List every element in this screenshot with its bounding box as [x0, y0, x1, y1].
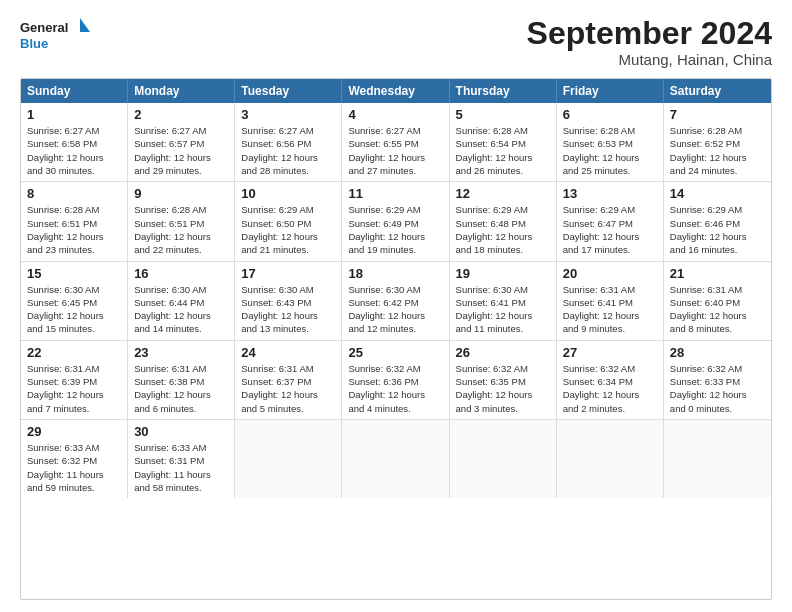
day-info: Sunrise: 6:30 AM Sunset: 6:43 PM Dayligh… [241, 283, 335, 336]
logo-area: General Blue [20, 16, 90, 54]
calendar: SundayMondayTuesdayWednesdayThursdayFrid… [20, 78, 772, 600]
day-info: Sunrise: 6:30 AM Sunset: 6:42 PM Dayligh… [348, 283, 442, 336]
day-number: 15 [27, 266, 121, 281]
day-number: 9 [134, 186, 228, 201]
day-info: Sunrise: 6:31 AM Sunset: 6:41 PM Dayligh… [563, 283, 657, 336]
day-info: Sunrise: 6:30 AM Sunset: 6:45 PM Dayligh… [27, 283, 121, 336]
calendar-cell: 13Sunrise: 6:29 AM Sunset: 6:47 PM Dayli… [557, 182, 664, 260]
calendar-cell: 29Sunrise: 6:33 AM Sunset: 6:32 PM Dayli… [21, 420, 128, 498]
day-number: 25 [348, 345, 442, 360]
day-number: 19 [456, 266, 550, 281]
calendar-cell [557, 420, 664, 498]
calendar-row: 15Sunrise: 6:30 AM Sunset: 6:45 PM Dayli… [21, 262, 771, 341]
day-info: Sunrise: 6:31 AM Sunset: 6:39 PM Dayligh… [27, 362, 121, 415]
day-number: 20 [563, 266, 657, 281]
calendar-cell: 8Sunrise: 6:28 AM Sunset: 6:51 PM Daylig… [21, 182, 128, 260]
calendar-cell: 16Sunrise: 6:30 AM Sunset: 6:44 PM Dayli… [128, 262, 235, 340]
weekday-header: Thursday [450, 79, 557, 103]
day-info: Sunrise: 6:28 AM Sunset: 6:51 PM Dayligh… [27, 203, 121, 256]
day-info: Sunrise: 6:29 AM Sunset: 6:50 PM Dayligh… [241, 203, 335, 256]
day-number: 3 [241, 107, 335, 122]
page: General Blue September 2024 Mutang, Hain… [0, 0, 792, 612]
calendar-cell [235, 420, 342, 498]
day-number: 30 [134, 424, 228, 439]
day-number: 28 [670, 345, 765, 360]
calendar-row: 22Sunrise: 6:31 AM Sunset: 6:39 PM Dayli… [21, 341, 771, 420]
top-section: General Blue September 2024 Mutang, Hain… [20, 16, 772, 68]
calendar-cell: 12Sunrise: 6:29 AM Sunset: 6:48 PM Dayli… [450, 182, 557, 260]
day-number: 23 [134, 345, 228, 360]
day-number: 7 [670, 107, 765, 122]
day-info: Sunrise: 6:32 AM Sunset: 6:33 PM Dayligh… [670, 362, 765, 415]
calendar-cell: 24Sunrise: 6:31 AM Sunset: 6:37 PM Dayli… [235, 341, 342, 419]
day-info: Sunrise: 6:31 AM Sunset: 6:40 PM Dayligh… [670, 283, 765, 336]
calendar-cell: 18Sunrise: 6:30 AM Sunset: 6:42 PM Dayli… [342, 262, 449, 340]
location: Mutang, Hainan, China [527, 51, 772, 68]
day-info: Sunrise: 6:27 AM Sunset: 6:57 PM Dayligh… [134, 124, 228, 177]
day-number: 11 [348, 186, 442, 201]
calendar-cell [342, 420, 449, 498]
day-number: 18 [348, 266, 442, 281]
weekday-header: Monday [128, 79, 235, 103]
logo-svg: General Blue [20, 16, 90, 54]
day-number: 10 [241, 186, 335, 201]
svg-text:General: General [20, 20, 68, 35]
day-info: Sunrise: 6:27 AM Sunset: 6:56 PM Dayligh… [241, 124, 335, 177]
calendar-cell: 25Sunrise: 6:32 AM Sunset: 6:36 PM Dayli… [342, 341, 449, 419]
month-title: September 2024 [527, 16, 772, 51]
day-number: 12 [456, 186, 550, 201]
day-number: 8 [27, 186, 121, 201]
calendar-row: 8Sunrise: 6:28 AM Sunset: 6:51 PM Daylig… [21, 182, 771, 261]
day-info: Sunrise: 6:32 AM Sunset: 6:36 PM Dayligh… [348, 362, 442, 415]
day-info: Sunrise: 6:30 AM Sunset: 6:41 PM Dayligh… [456, 283, 550, 336]
calendar-row: 29Sunrise: 6:33 AM Sunset: 6:32 PM Dayli… [21, 420, 771, 498]
day-info: Sunrise: 6:30 AM Sunset: 6:44 PM Dayligh… [134, 283, 228, 336]
calendar-cell: 11Sunrise: 6:29 AM Sunset: 6:49 PM Dayli… [342, 182, 449, 260]
weekday-header: Sunday [21, 79, 128, 103]
calendar-cell: 28Sunrise: 6:32 AM Sunset: 6:33 PM Dayli… [664, 341, 771, 419]
day-number: 22 [27, 345, 121, 360]
calendar-cell: 15Sunrise: 6:30 AM Sunset: 6:45 PM Dayli… [21, 262, 128, 340]
day-number: 5 [456, 107, 550, 122]
day-number: 17 [241, 266, 335, 281]
calendar-cell: 1Sunrise: 6:27 AM Sunset: 6:58 PM Daylig… [21, 103, 128, 181]
calendar-cell: 30Sunrise: 6:33 AM Sunset: 6:31 PM Dayli… [128, 420, 235, 498]
day-info: Sunrise: 6:33 AM Sunset: 6:32 PM Dayligh… [27, 441, 121, 494]
calendar-cell: 7Sunrise: 6:28 AM Sunset: 6:52 PM Daylig… [664, 103, 771, 181]
day-info: Sunrise: 6:27 AM Sunset: 6:58 PM Dayligh… [27, 124, 121, 177]
calendar-cell: 27Sunrise: 6:32 AM Sunset: 6:34 PM Dayli… [557, 341, 664, 419]
day-number: 14 [670, 186, 765, 201]
day-info: Sunrise: 6:32 AM Sunset: 6:34 PM Dayligh… [563, 362, 657, 415]
weekday-header: Friday [557, 79, 664, 103]
calendar-cell [664, 420, 771, 498]
calendar-cell: 4Sunrise: 6:27 AM Sunset: 6:55 PM Daylig… [342, 103, 449, 181]
header-right: September 2024 Mutang, Hainan, China [527, 16, 772, 68]
calendar-cell: 9Sunrise: 6:28 AM Sunset: 6:51 PM Daylig… [128, 182, 235, 260]
day-number: 26 [456, 345, 550, 360]
svg-marker-1 [80, 18, 90, 32]
calendar-cell: 10Sunrise: 6:29 AM Sunset: 6:50 PM Dayli… [235, 182, 342, 260]
calendar-cell: 5Sunrise: 6:28 AM Sunset: 6:54 PM Daylig… [450, 103, 557, 181]
day-number: 16 [134, 266, 228, 281]
day-info: Sunrise: 6:28 AM Sunset: 6:53 PM Dayligh… [563, 124, 657, 177]
calendar-cell: 20Sunrise: 6:31 AM Sunset: 6:41 PM Dayli… [557, 262, 664, 340]
day-number: 24 [241, 345, 335, 360]
day-number: 1 [27, 107, 121, 122]
calendar-cell: 21Sunrise: 6:31 AM Sunset: 6:40 PM Dayli… [664, 262, 771, 340]
svg-text:Blue: Blue [20, 36, 48, 51]
day-info: Sunrise: 6:31 AM Sunset: 6:37 PM Dayligh… [241, 362, 335, 415]
day-number: 13 [563, 186, 657, 201]
calendar-cell: 3Sunrise: 6:27 AM Sunset: 6:56 PM Daylig… [235, 103, 342, 181]
calendar-cell: 17Sunrise: 6:30 AM Sunset: 6:43 PM Dayli… [235, 262, 342, 340]
day-info: Sunrise: 6:33 AM Sunset: 6:31 PM Dayligh… [134, 441, 228, 494]
day-info: Sunrise: 6:28 AM Sunset: 6:52 PM Dayligh… [670, 124, 765, 177]
day-info: Sunrise: 6:32 AM Sunset: 6:35 PM Dayligh… [456, 362, 550, 415]
day-number: 29 [27, 424, 121, 439]
calendar-header: SundayMondayTuesdayWednesdayThursdayFrid… [21, 79, 771, 103]
calendar-cell: 23Sunrise: 6:31 AM Sunset: 6:38 PM Dayli… [128, 341, 235, 419]
day-number: 4 [348, 107, 442, 122]
calendar-cell: 14Sunrise: 6:29 AM Sunset: 6:46 PM Dayli… [664, 182, 771, 260]
day-info: Sunrise: 6:29 AM Sunset: 6:49 PM Dayligh… [348, 203, 442, 256]
calendar-body: 1Sunrise: 6:27 AM Sunset: 6:58 PM Daylig… [21, 103, 771, 498]
calendar-cell: 19Sunrise: 6:30 AM Sunset: 6:41 PM Dayli… [450, 262, 557, 340]
